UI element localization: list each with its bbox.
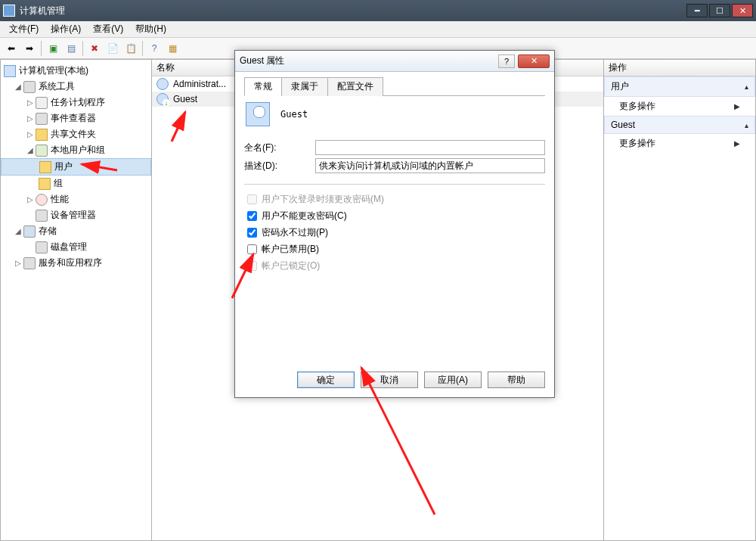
tree-systools[interactable]: ◢系统工具: [1, 79, 151, 95]
tree-shared[interactable]: ▷共享文件夹: [1, 126, 151, 142]
tree-users[interactable]: 用户: [1, 158, 151, 176]
dialog-titlebar: Guest 属性 ? ✕: [235, 51, 554, 72]
tree-root[interactable]: 计算机管理(本地): [1, 63, 151, 79]
dialog-title: Guest 属性: [240, 54, 284, 67]
export-button[interactable]: 📋: [122, 40, 139, 57]
props-button[interactable]: ▤: [63, 40, 79, 57]
tree-devmgr[interactable]: ▷设备管理器: [1, 207, 151, 223]
dialog-close-button[interactable]: ✕: [518, 54, 550, 68]
tree-localusers[interactable]: ◢本地用户和组: [1, 142, 151, 158]
chk-cannotchange[interactable]: 用户不能更改密码(C): [244, 209, 545, 223]
user-icon: [246, 102, 270, 126]
fullname-input[interactable]: [315, 140, 545, 155]
chk-locked: 帐户已锁定(O): [244, 259, 545, 273]
up-button[interactable]: ▣: [45, 40, 61, 57]
chk-disabled[interactable]: 帐户已禁用(B): [244, 242, 545, 257]
actions-section-guest[interactable]: Guest▴: [604, 116, 755, 134]
minimize-button[interactable]: ━: [686, 4, 708, 17]
actions-more-guest[interactable]: 更多操作▶: [604, 134, 755, 153]
delete-button[interactable]: ✖: [86, 40, 103, 57]
tab-memberof[interactable]: 隶属于: [281, 77, 328, 96]
actions-section-users[interactable]: 用户▴: [604, 76, 755, 97]
tree-services[interactable]: ▷服务和应用程序: [1, 255, 151, 271]
app-icon: [3, 5, 15, 17]
fullname-label: 全名(F):: [244, 141, 315, 154]
actions-more-users[interactable]: 更多操作▶: [604, 97, 755, 116]
menu-action[interactable]: 操作(A): [45, 21, 87, 37]
window-titlebar: 计算机管理 ━ ☐ ✕: [0, 0, 756, 21]
menu-file[interactable]: 文件(F): [3, 21, 45, 37]
cancel-button[interactable]: 取消: [361, 372, 418, 388]
tree-tasksched[interactable]: ▷任务计划程序: [1, 95, 151, 110]
actions-pane: 操作 用户▴ 更多操作▶ Guest▴ 更多操作▶: [604, 60, 755, 540]
guest-properties-dialog: Guest 属性 ? ✕ 常规 隶属于 配置文件 Guest 全名(F): 描述…: [234, 50, 555, 398]
maximize-button[interactable]: ☐: [709, 4, 730, 17]
forward-button[interactable]: ➡: [21, 40, 38, 57]
desc-input[interactable]: [315, 158, 545, 173]
chk-mustchange: 用户下次登录时须更改密码(M): [244, 192, 545, 207]
tree-perf[interactable]: ▷性能: [1, 191, 151, 207]
tree-storage[interactable]: ◢存储: [1, 223, 151, 239]
back-button[interactable]: ⬅: [3, 40, 20, 57]
tree-diskmgmt[interactable]: ▷磁盘管理: [1, 239, 151, 255]
refresh-button[interactable]: 📄: [104, 40, 121, 57]
close-button[interactable]: ✕: [732, 4, 753, 17]
help-button[interactable]: ?: [146, 40, 163, 57]
desc-label: 描述(D):: [244, 160, 315, 173]
dialog-help-button[interactable]: ?: [498, 54, 515, 68]
chk-neverexpire[interactable]: 密码永不过期(P): [244, 225, 545, 240]
help-button[interactable]: 帮助: [488, 372, 545, 388]
collapse-icon: ▴: [745, 82, 748, 91]
tree-eventvwr[interactable]: ▷事件查看器: [1, 110, 151, 126]
menu-view[interactable]: 查看(V): [87, 21, 129, 37]
dialog-tabs: 常规 隶属于 配置文件: [244, 76, 545, 96]
tree-pane: 计算机管理(本地) ◢系统工具 ▷任务计划程序 ▷事件查看器 ▷共享文件夹 ◢本…: [1, 60, 152, 540]
ok-button[interactable]: 确定: [297, 372, 355, 388]
window-title: 计算机管理: [20, 5, 65, 17]
apply-button[interactable]: 应用(A): [424, 372, 482, 388]
tab-general[interactable]: 常规: [244, 77, 282, 96]
tab-profile[interactable]: 配置文件: [327, 77, 383, 96]
actions-header: 操作: [604, 60, 755, 76]
chevron-right-icon: ▶: [734, 139, 740, 148]
toggle-button[interactable]: ▦: [164, 40, 181, 57]
menubar: 文件(F) 操作(A) 查看(V) 帮助(H): [0, 21, 756, 38]
tree-groups[interactable]: 组: [1, 176, 151, 191]
chevron-right-icon: ▶: [734, 102, 740, 110]
dialog-username: Guest: [280, 109, 308, 120]
menu-help[interactable]: 帮助(H): [129, 21, 172, 37]
collapse-icon: ▴: [745, 121, 748, 129]
